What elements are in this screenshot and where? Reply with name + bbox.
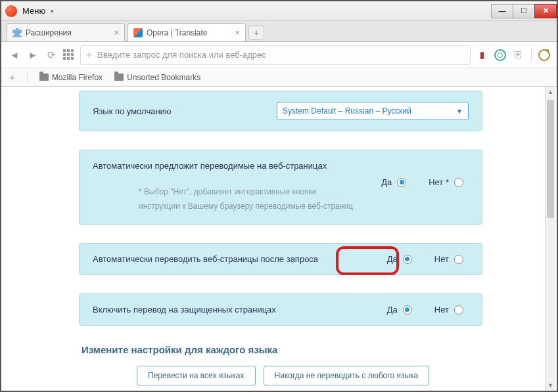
opera-logo-icon	[5, 5, 17, 17]
scroll-down-icon[interactable]: ▼	[546, 380, 555, 391]
auto-translate-no[interactable]: Нет	[434, 254, 463, 264]
tab-label: Opera | Translate	[147, 28, 208, 37]
radio-icon	[454, 255, 463, 264]
plus-icon: +	[86, 49, 92, 61]
never-translate-button[interactable]: Никогда не переводить с любого языка	[264, 366, 430, 385]
translate-all-button[interactable]: Перевести на всех языках	[137, 366, 256, 385]
auto-translate-label: Автоматически переводить веб-страницы по…	[93, 254, 318, 264]
radio-icon	[397, 178, 406, 187]
close-icon[interactable]: ×	[235, 28, 240, 37]
radio-label: Нет *	[429, 177, 449, 187]
scroll-up-icon[interactable]: ▲	[546, 87, 555, 97]
bookmark-label: Unsorted Bookmarks	[127, 73, 200, 82]
auto-suggest-label: Автоматически предложит переводимые на в…	[93, 161, 327, 171]
radio-icon	[403, 255, 412, 264]
highlight-annotation	[336, 246, 399, 275]
tab-bar: Расширения × Opera | Translate × +	[1, 21, 557, 42]
chevron-down-icon: ▾	[51, 8, 54, 14]
puzzle-icon	[12, 28, 22, 37]
bookmark-icon[interactable]: ▮	[476, 49, 488, 61]
toolbar-right-icons: ▮ ⛨	[476, 49, 550, 62]
auto-suggest-note2: инструкции к Вашему браузеру переводимые…	[93, 200, 375, 214]
scroll-thumb[interactable]	[547, 100, 554, 218]
maximize-button[interactable]	[513, 4, 535, 18]
globe-icon[interactable]	[494, 49, 506, 61]
dropdown-value: System Default – Russian – Русский	[283, 106, 411, 116]
divider	[27, 72, 28, 83]
secure-pages-no[interactable]: Нет	[434, 305, 463, 315]
chevron-down-icon: ▼	[456, 108, 463, 115]
default-language-label: Язык по умолчанию	[93, 106, 172, 116]
profile-icon[interactable]	[538, 49, 550, 61]
add-bookmark-button[interactable]: +	[9, 72, 15, 83]
divider	[531, 49, 532, 62]
per-language-section-title: Измените настройки для каждого языка	[81, 344, 482, 355]
auto-suggest-note1: * Выбор "Нет", добавляет интерактивные к…	[93, 185, 375, 200]
page-content: Язык по умолчанию System Default – Russi…	[1, 87, 545, 391]
bookmark-folder-unsorted[interactable]: Unsorted Bookmarks	[114, 73, 200, 82]
address-placeholder: Введите запрос для поиска или веб-адрес	[97, 50, 266, 60]
panel-secure-pages: Включить перевод на защищенных страницах…	[79, 294, 482, 326]
tab-extensions[interactable]: Расширения ×	[7, 23, 125, 41]
window-controls	[492, 4, 557, 18]
minimize-button[interactable]	[491, 4, 513, 18]
toolbar: ◄ ► ⟳ + Введите запрос для поиска или ве…	[1, 42, 557, 68]
default-language-dropdown[interactable]: System Default – Russian – Русский ▼	[277, 102, 469, 120]
reload-button[interactable]: ⟳	[45, 49, 58, 62]
panel-default-language: Язык по умолчанию System Default – Russi…	[79, 91, 482, 131]
speed-dial-button[interactable]	[63, 49, 75, 61]
auto-suggest-yes[interactable]: Да	[381, 177, 406, 187]
radio-label: Да	[387, 305, 398, 315]
folder-icon	[114, 74, 124, 81]
bookmark-label: Mozilla Firefox	[52, 73, 103, 82]
radio-icon	[454, 178, 463, 187]
address-bar[interactable]: + Введите запрос для поиска или веб-адре…	[80, 45, 471, 65]
close-icon[interactable]: ×	[114, 28, 119, 37]
panel-auto-suggest: Автоматически предложит переводимые на в…	[79, 150, 482, 225]
menu-label: Меню	[20, 6, 48, 16]
bookmarks-bar: + Mozilla Firefox Unsorted Bookmarks	[1, 68, 557, 87]
forward-button[interactable]: ►	[26, 49, 39, 62]
radio-label: Нет	[434, 254, 449, 264]
radio-icon	[454, 305, 463, 315]
button-label: Перевести на всех языках	[148, 371, 244, 380]
panel-auto-translate: Автоматически переводить веб-страницы по…	[79, 243, 482, 275]
radio-icon	[403, 305, 412, 315]
bookmark-folder-mozilla[interactable]: Mozilla Firefox	[39, 73, 103, 82]
menu-button[interactable]: Меню ▾	[5, 5, 54, 17]
vertical-scrollbar[interactable]: ▲ ▼	[545, 87, 555, 391]
window-titlebar: Меню ▾	[1, 1, 557, 21]
translate-icon	[133, 28, 143, 37]
secure-pages-yes[interactable]: Да	[387, 305, 412, 315]
new-tab-button[interactable]: +	[248, 26, 264, 40]
close-button[interactable]	[534, 4, 557, 18]
auto-suggest-no[interactable]: Нет *	[429, 177, 463, 187]
folder-icon	[39, 74, 49, 81]
secure-pages-label: Включить перевод на защищенных страницах	[93, 305, 276, 315]
shield-icon[interactable]: ⛨	[513, 49, 524, 61]
radio-label: Да	[381, 177, 392, 187]
button-label: Никогда не переводить с любого языка	[275, 371, 419, 380]
radio-label: Нет	[434, 305, 449, 315]
back-button[interactable]: ◄	[8, 49, 21, 62]
tab-translate[interactable]: Opera | Translate ×	[128, 23, 246, 41]
tab-label: Расширения	[26, 28, 72, 37]
